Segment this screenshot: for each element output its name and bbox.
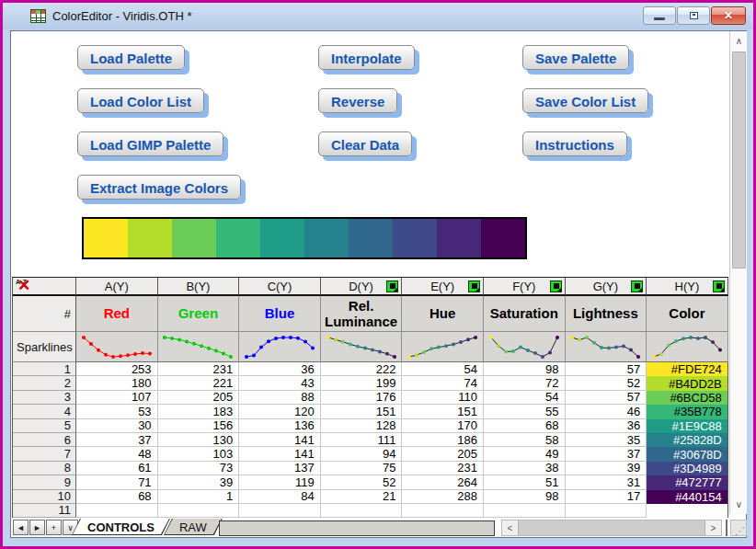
column-header-f-y[interactable]: F(Y) — [484, 278, 566, 296]
cell[interactable]: 30 — [76, 419, 158, 433]
cell[interactable]: 31 — [566, 475, 647, 489]
cell[interactable]: 38 — [484, 462, 566, 475]
resize-grip[interactable] — [730, 520, 747, 536]
row-number[interactable]: 7 — [13, 447, 76, 461]
cell[interactable]: 88 — [239, 391, 321, 405]
cell[interactable] — [402, 504, 484, 518]
cell[interactable] — [566, 504, 647, 518]
column-header-e-y[interactable]: E(Y) — [402, 278, 484, 296]
cell[interactable]: 54 — [402, 362, 484, 376]
cell[interactable]: 52 — [321, 475, 403, 489]
cell[interactable]: 39 — [158, 475, 240, 489]
vertical-scrollbar[interactable]: ∧ ∨ — [729, 31, 747, 514]
vertical-scrollbar-thumb[interactable] — [732, 51, 746, 269]
save-color-list-button[interactable]: Save Color List — [522, 88, 648, 113]
column-longname-red[interactable]: Red — [76, 296, 158, 332]
cell[interactable]: 288 — [402, 490, 484, 504]
cell[interactable] — [76, 504, 158, 518]
instructions-button[interactable]: Instructions — [522, 132, 627, 156]
add-sheet-button[interactable]: + — [46, 520, 62, 535]
cell[interactable]: 120 — [239, 405, 321, 418]
tab-raw[interactable]: RAW — [164, 519, 223, 535]
next-sheet-button[interactable]: ► — [29, 520, 45, 535]
load-gimp-palette-button[interactable]: Load GIMP Palette — [77, 132, 223, 156]
column-longname-color[interactable]: Color — [647, 296, 728, 332]
cell[interactable]: 36 — [566, 419, 647, 433]
load-color-list-button[interactable]: Load Color List — [77, 88, 204, 113]
scroll-right-icon[interactable]: > — [705, 520, 721, 535]
cell[interactable]: 72 — [484, 376, 566, 390]
cell[interactable]: 151 — [321, 405, 403, 418]
column-header-g-y[interactable]: G(Y) — [566, 278, 647, 296]
cell[interactable]: 54 — [484, 391, 566, 405]
load-palette-button[interactable]: Load Palette — [77, 45, 185, 70]
save-palette-button[interactable]: Save Palette — [522, 45, 629, 70]
cell[interactable]: 37 — [566, 447, 647, 461]
color-cell[interactable]: #B4DD2B — [647, 376, 728, 390]
row-number[interactable]: 2 — [13, 376, 76, 390]
cell[interactable]: 205 — [402, 447, 484, 461]
cell[interactable]: 130 — [158, 433, 240, 447]
cell[interactable]: 176 — [321, 391, 403, 405]
cell[interactable]: 68 — [484, 419, 566, 433]
cell[interactable]: 49 — [484, 447, 566, 461]
sheet-corner-cell[interactable]: A-Z✕ — [13, 278, 76, 296]
cell[interactable]: 98 — [484, 362, 566, 376]
cell[interactable]: 61 — [76, 462, 158, 475]
column-header-h-y[interactable]: H(Y) — [647, 278, 728, 296]
cell[interactable]: 199 — [321, 376, 403, 390]
close-button[interactable]: ✕ — [711, 6, 746, 25]
cell[interactable]: 103 — [158, 447, 240, 461]
reverse-button[interactable]: Reverse — [318, 88, 397, 113]
cell[interactable] — [484, 504, 566, 518]
cell[interactable]: 94 — [321, 447, 403, 461]
row-number[interactable]: 1 — [13, 362, 76, 376]
cell[interactable]: 107 — [76, 391, 158, 405]
sparkline-hue[interactable] — [402, 332, 484, 362]
cell[interactable]: 68 — [76, 490, 158, 504]
cell[interactable]: 253 — [76, 362, 158, 376]
cell[interactable] — [239, 504, 321, 518]
sparkline-red[interactable] — [76, 332, 158, 362]
column-longname-hue[interactable]: Hue — [402, 296, 484, 332]
cell[interactable]: 36 — [239, 362, 321, 376]
scroll-up-icon[interactable]: ∧ — [730, 33, 748, 49]
cell[interactable]: 35 — [566, 433, 647, 447]
cell[interactable]: 73 — [158, 462, 240, 475]
cell[interactable]: 136 — [239, 419, 321, 433]
cell[interactable]: 264 — [402, 475, 484, 489]
column-longname-green[interactable]: Green — [158, 296, 240, 332]
cell[interactable]: 141 — [239, 447, 321, 461]
row-number[interactable]: 4 — [13, 405, 76, 418]
cell[interactable]: 1 — [158, 490, 240, 504]
cell[interactable]: 205 — [158, 391, 240, 405]
cell[interactable]: 119 — [239, 475, 321, 489]
sparkline-color[interactable] — [647, 332, 728, 362]
clear-data-button[interactable]: Clear Data — [318, 132, 412, 156]
color-cell[interactable]: #6BCD58 — [647, 391, 728, 405]
scroll-left-icon[interactable]: < — [502, 520, 518, 535]
cell[interactable]: 221 — [158, 376, 240, 390]
cell[interactable]: 39 — [566, 462, 647, 475]
cell[interactable]: 111 — [321, 433, 403, 447]
sparkline-blue[interactable] — [239, 332, 321, 362]
color-cell[interactable]: #3D4989 — [647, 462, 728, 475]
color-cell[interactable]: #472777 — [647, 475, 728, 489]
cell[interactable]: 53 — [76, 405, 158, 418]
cell[interactable]: 110 — [402, 391, 484, 405]
cell[interactable]: 17 — [566, 490, 647, 504]
cell[interactable]: 180 — [76, 376, 158, 390]
cell[interactable] — [321, 504, 403, 518]
minimize-button[interactable] — [643, 6, 676, 25]
cell[interactable]: 51 — [484, 475, 566, 489]
color-cell[interactable]: #440154 — [647, 490, 728, 504]
row-number[interactable]: 5 — [13, 419, 76, 433]
cell[interactable]: 21 — [321, 490, 403, 504]
column-header-b-y[interactable]: B(Y) — [158, 278, 240, 296]
cell[interactable]: 74 — [402, 376, 484, 390]
cell[interactable]: 46 — [566, 405, 647, 418]
row-number[interactable]: 10 — [13, 490, 76, 504]
cell[interactable]: 231 — [158, 362, 240, 376]
horizontal-scrollbar[interactable]: < > — [501, 520, 722, 536]
cell[interactable]: 52 — [566, 376, 647, 390]
